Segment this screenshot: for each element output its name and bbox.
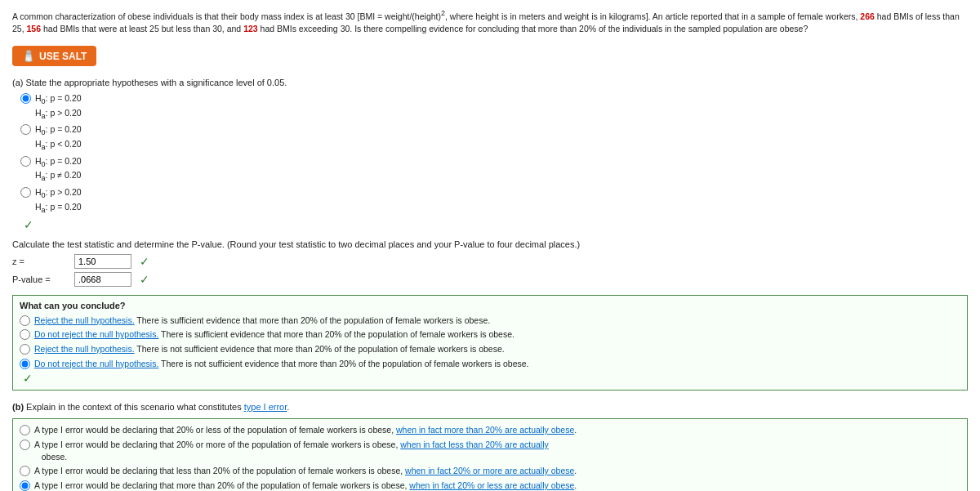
hyp4-line1: H0: p > 0.20 [35, 186, 82, 201]
conclude-link-4: Do not reject the null hypothesis. [34, 359, 158, 368]
conclude-label-4: Do not reject the null hypothesis. There… [34, 358, 528, 370]
conclude-header: What can you conclude? [20, 301, 960, 310]
hyp2-line2: Ha: p < 0.20 [35, 138, 82, 153]
hypothesis-option-4: H0: p > 0.20 Ha: p = 0.20 [20, 186, 968, 215]
highlight-266: 266 [860, 11, 875, 21]
type1-label-2: A type I error would be declaring that 2… [34, 439, 549, 462]
conclude-radio-2[interactable] [20, 329, 30, 340]
conclude-checkmark: ✓ [23, 372, 33, 385]
type1-label-1: A type I error would be declaring that 2… [34, 424, 577, 436]
type1-radio-1[interactable] [20, 425, 30, 435]
hypothesis-label-2: H0: p = 0.20 Ha: p < 0.20 [35, 123, 82, 152]
highlight-156: 156 [27, 24, 42, 33]
hypothesis-options: H0: p = 0.20 Ha: p > 0.20 H0: p = 0.20 H… [20, 92, 968, 231]
type1-label-3: A type I error would be declaring that l… [34, 465, 577, 477]
hyp1-line2: Ha: p > 0.20 [35, 107, 82, 122]
hypothesis-label-1: H0: p = 0.20 Ha: p > 0.20 [35, 92, 82, 121]
hyp1-line1: H0: p = 0.20 [35, 92, 82, 107]
type1-radio-2[interactable] [20, 440, 30, 450]
part-a-label: (a) State the appropriate hypotheses wit… [12, 78, 968, 87]
pvalue-label: P-value = [12, 275, 69, 284]
z-input[interactable] [74, 254, 131, 269]
pvalue-row: P-value = ✓ [12, 272, 968, 287]
use-salt-label: USE SALT [39, 51, 87, 62]
part-a-checkmark: ✓ [24, 218, 33, 231]
conclude-radio-1[interactable] [20, 315, 30, 326]
type1-option-4: A type I error would be declaring that m… [20, 480, 960, 491]
pvalue-input[interactable] [74, 272, 131, 287]
conclude-radio-3[interactable] [20, 344, 30, 355]
hyp3-line2: Ha: p ≠ 0.20 [35, 169, 82, 184]
part-b-section: (b) Explain in the context of this scena… [12, 402, 968, 491]
part-a-question: State the appropriate hypotheses with a … [26, 78, 287, 87]
type1-option-2: A type I error would be declaring that 2… [20, 439, 960, 462]
conclude-radio-4[interactable] [20, 359, 30, 369]
hypothesis-label-3: H0: p = 0.20 Ha: p ≠ 0.20 [35, 155, 82, 184]
type1-radio-3[interactable] [20, 466, 30, 476]
conclude-option-3: Reject the null hypothesis. There is not… [20, 343, 960, 355]
hyp4-line2: Ha: p = 0.20 [35, 201, 82, 216]
pvalue-checkmark: ✓ [140, 273, 149, 286]
z-checkmark: ✓ [140, 255, 149, 268]
type1-radio-4[interactable] [20, 480, 30, 491]
hyp2-line1: H0: p = 0.20 [35, 123, 82, 138]
hypothesis-radio-3[interactable] [20, 156, 31, 167]
hypothesis-radio-1[interactable] [20, 93, 31, 104]
conclude-option-1: Reject the null hypothesis. There is suf… [20, 315, 960, 327]
conclude-label-1: Reject the null hypothesis. There is suf… [34, 315, 490, 327]
conclude-option-4: Do not reject the null hypothesis. There… [20, 358, 960, 370]
hypothesis-radio-4[interactable] [20, 187, 31, 198]
z-stat-row: z = ✓ [12, 254, 968, 269]
conclude-label-3: Reject the null hypothesis. There is not… [34, 343, 505, 355]
conclude-link-2: Do not reject the null hypothesis. [34, 329, 158, 339]
type1-option-1: A type I error would be declaring that 2… [20, 424, 960, 436]
type1-options-box: A type I error would be declaring that 2… [12, 418, 968, 491]
use-salt-button[interactable]: 🧂 USE SALT [12, 46, 96, 66]
hypothesis-label-4: H0: p > 0.20 Ha: p = 0.20 [35, 186, 82, 215]
hypothesis-option-3: H0: p = 0.20 Ha: p ≠ 0.20 [20, 155, 968, 184]
type1-label-4: A type I error would be declaring that m… [34, 480, 577, 491]
part-b-label: (b) Explain in the context of this scena… [12, 402, 968, 412]
intro-text: A common characterization of obese indiv… [12, 8, 968, 36]
type1-option-3: A type I error would be declaring that l… [20, 465, 960, 477]
conclude-box: What can you conclude? Reject the null h… [12, 295, 968, 391]
conclude-link-1: Reject the null hypothesis. [34, 315, 135, 325]
conclude-link-3: Reject the null hypothesis. [34, 344, 135, 354]
hypothesis-option-1: H0: p = 0.20 Ha: p > 0.20 [20, 92, 968, 121]
conclude-label-2: Do not reject the null hypothesis. There… [34, 328, 514, 341]
z-label: z = [12, 257, 69, 266]
hypothesis-radio-2[interactable] [20, 124, 31, 135]
highlight-123: 123 [243, 24, 258, 33]
calc-section: Calculate the test statistic and determi… [12, 239, 968, 287]
salt-icon: 🧂 [22, 50, 35, 62]
hypothesis-option-2: H0: p = 0.20 Ha: p < 0.20 [20, 123, 968, 152]
type1-question: Explain in the context of this scenario … [26, 402, 289, 412]
conclude-option-2: Do not reject the null hypothesis. There… [20, 328, 960, 341]
part-a-section: (a) State the appropriate hypotheses wit… [12, 78, 968, 391]
hyp3-line1: H0: p = 0.20 [35, 155, 82, 170]
calc-description: Calculate the test statistic and determi… [12, 239, 968, 249]
